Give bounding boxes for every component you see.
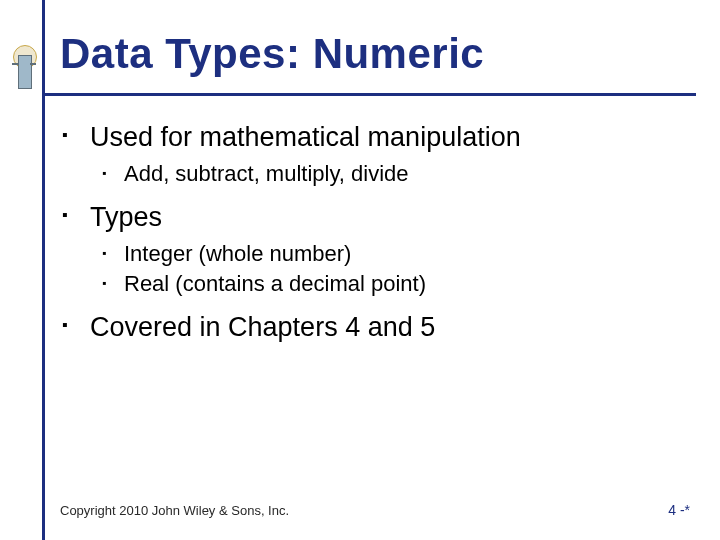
bullet-text: Used for mathematical manipulation bbox=[90, 120, 682, 154]
content-area: ▪ Used for mathematical manipulation ▪ A… bbox=[62, 120, 682, 350]
bullet-text: Types bbox=[90, 200, 682, 234]
footer-page-number: 4 -* bbox=[668, 502, 690, 518]
bullet-marker-icon: ▪ bbox=[102, 270, 124, 298]
slide-title: Data Types: Numeric bbox=[60, 30, 680, 78]
slide: Data Types: Numeric ▪ Used for mathemati… bbox=[0, 0, 720, 540]
bullet-text: Integer (whole number) bbox=[124, 240, 682, 268]
bullet-level1: ▪ Types bbox=[62, 200, 682, 234]
bullet-marker-icon: ▪ bbox=[102, 160, 124, 188]
bullet-marker-icon: ▪ bbox=[62, 120, 90, 154]
bullet-text: Real (contains a decimal point) bbox=[124, 270, 682, 298]
bullet-level1: ▪ Used for mathematical manipulation bbox=[62, 120, 682, 154]
bullet-level1: ▪ Covered in Chapters 4 and 5 bbox=[62, 310, 682, 344]
bullet-marker-icon: ▪ bbox=[102, 240, 124, 268]
logo-icon bbox=[12, 45, 36, 97]
bullet-level2: ▪ Integer (whole number) bbox=[102, 240, 682, 268]
bullet-level2: ▪ Add, subtract, multiply, divide bbox=[102, 160, 682, 188]
sub-bullet-group: ▪ Add, subtract, multiply, divide bbox=[102, 160, 682, 188]
vertical-rule bbox=[42, 0, 45, 540]
bullet-marker-icon: ▪ bbox=[62, 310, 90, 344]
bullet-text: Covered in Chapters 4 and 5 bbox=[90, 310, 682, 344]
title-underline bbox=[44, 93, 696, 96]
bullet-level2: ▪ Real (contains a decimal point) bbox=[102, 270, 682, 298]
footer-copyright: Copyright 2010 John Wiley & Sons, Inc. bbox=[60, 503, 289, 518]
bullet-marker-icon: ▪ bbox=[62, 200, 90, 234]
sub-bullet-group: ▪ Integer (whole number) ▪ Real (contain… bbox=[102, 240, 682, 298]
bullet-text: Add, subtract, multiply, divide bbox=[124, 160, 682, 188]
